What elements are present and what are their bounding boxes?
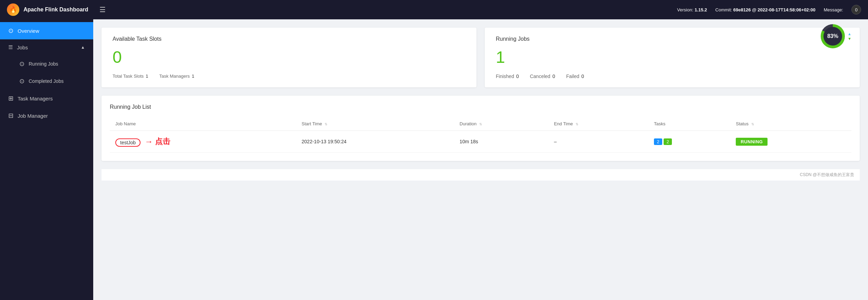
sidebar-completed-jobs-label: Completed Jobs [29,78,64,84]
sidebar-item-job-manager[interactable]: ⊟ Job Manager [0,107,93,124]
table-row[interactable]: testJob → 点击 2022-10-13 19:50:24 10m 18s [110,131,851,153]
status-badge: RUNNING [736,138,768,146]
col-start-time: Start Time ⇅ [296,117,454,131]
sidebar-jobs-label: Jobs [17,45,28,50]
sidebar-running-jobs-label: Running Jobs [29,61,58,67]
task-slots-value: 0 [113,48,465,67]
job-table-body: testJob → 点击 2022-10-13 19:50:24 10m 18s [110,131,851,153]
total-task-slots: Total Task Slots 1 [113,74,148,79]
net-down-icon: ▼ [848,37,851,41]
failed-label: Failed [566,74,579,79]
task-slots-card: Available Task Slots 0 Total Task Slots … [102,28,476,87]
chevron-up-icon: ▲ [81,45,85,50]
click-arrow-icon: → [145,137,153,146]
running-job-list-title: Running Job List [110,104,851,110]
task-slots-title: Available Task Slots [113,36,465,42]
duration-sort-icon[interactable]: ⇅ [479,122,482,126]
message-label: Message: [824,7,843,12]
jobs-icon: ☰ [8,44,13,50]
cards-row: Available Task Slots 0 Total Task Slots … [102,28,860,87]
col-duration: Duration ⇅ [454,117,548,131]
task-managers-icon: ⊞ [8,95,13,102]
net-up-row: ▲ 0k/s [848,32,860,36]
start-time-sort-icon[interactable]: ⇅ [325,122,327,126]
gauge-percentage: 83% [823,27,842,46]
net-down-value: 0k/s [853,37,860,41]
task-slots-footer: Total Task Slots 1 Task Managers 1 [113,74,465,79]
running-job-list-section: Running Job List Job Name Start Time ⇅ D… [102,96,860,161]
task-managers-stat: Task Managers 1 [159,74,194,79]
table-header-row: Job Name Start Time ⇅ Duration ⇅ End Tim… [110,117,851,131]
start-time-cell: 2022-10-13 19:50:24 [296,131,454,153]
app-title: Apache Flink Dashboard [23,7,88,13]
menu-toggle-icon[interactable]: ☰ [99,6,106,14]
col-end-time: End Time ⇅ [548,117,648,131]
network-info: ▲ 0k/s ▼ 0k/s [848,32,860,41]
layout: ⊙ Overview ☰ Jobs ▲ ⊙ Running Jobs ⊙ Com… [0,19,868,300]
sidebar-item-running-jobs[interactable]: ⊙ Running Jobs [0,55,93,72]
col-tasks: Tasks [648,117,730,131]
total-task-slots-value: 1 [146,74,148,79]
net-up-value: 0k/s [853,32,860,36]
running-jobs-card: Running Jobs 1 Finished 0 Canceled 0 Fai… [485,28,860,87]
completed-jobs-icon: ⊙ [19,77,25,85]
gauge-widget: 83% ▲ 0k/s ▼ 0k/s [821,24,860,48]
version-info: Version: 1.15.2 [677,7,707,12]
end-time-cell: – [548,131,648,153]
sidebar-jobs-submenu: ⊙ Running Jobs ⊙ Completed Jobs [0,55,93,90]
finished-label: Finished [496,74,514,79]
job-name-value[interactable]: testJob [115,138,141,147]
main-content: Available Task Slots 0 Total Task Slots … [93,19,868,300]
net-down-row: ▼ 0k/s [848,37,860,41]
canceled-stat: Canceled 0 [530,74,555,79]
commit-info: Commit: 69e8126 @ 2022-08-17T14:58:06+02… [715,7,816,12]
task-managers-footer-value: 1 [192,74,194,79]
header-right: Version: 1.15.2 Commit: 69e8126 @ 2022-0… [677,5,861,14]
sidebar-item-completed-jobs[interactable]: ⊙ Completed Jobs [0,72,93,90]
status-cell: RUNNING [730,131,851,153]
failed-value: 0 [581,74,584,79]
finished-value: 0 [516,74,519,79]
canceled-value: 0 [552,74,555,79]
duration-value: 10m 18s [460,139,478,144]
task-managers-footer-label: Task Managers [159,74,190,79]
task-badge-green: 2 [664,138,672,145]
running-jobs-stats: Finished 0 Canceled 0 Failed 0 [496,74,849,79]
job-table: Job Name Start Time ⇅ Duration ⇅ End Tim… [110,117,851,153]
job-name-cell: testJob → 点击 [110,131,296,153]
task-badge-blue: 2 [654,138,662,145]
watermark: CSDN @不想做咸鱼的王富贵 [102,169,860,181]
running-jobs-icon: ⊙ [19,60,25,68]
header: 🔥 Apache Flink Dashboard ☰ Version: 1.15… [0,0,868,19]
overview-icon: ⊙ [8,27,13,35]
col-status: Status ⇅ [730,117,851,131]
sidebar-task-managers-label: Task Managers [18,96,53,101]
tasks-cell: 2 2 [648,131,730,153]
message-badge[interactable]: 0 [851,5,861,14]
sidebar: ⊙ Overview ☰ Jobs ▲ ⊙ Running Jobs ⊙ Com… [0,19,93,300]
start-time-value: 2022-10-13 19:50:24 [302,139,347,144]
total-task-slots-label: Total Task Slots [113,74,144,79]
net-up-icon: ▲ [848,32,851,36]
click-text: 点击 [155,136,170,147]
status-sort-icon[interactable]: ⇅ [751,122,754,126]
end-time-value: – [554,139,557,144]
tasks-badges: 2 2 [654,138,725,145]
sidebar-section-jobs[interactable]: ☰ Jobs ▲ [0,39,93,55]
end-time-sort-icon[interactable]: ⇅ [576,122,578,126]
sidebar-item-overview[interactable]: ⊙ Overview [0,22,93,39]
sidebar-overview-label: Overview [18,28,39,34]
app-logo: 🔥 [7,3,19,16]
job-table-header: Job Name Start Time ⇅ Duration ⇅ End Tim… [110,117,851,131]
job-manager-icon: ⊟ [8,112,13,119]
duration-cell: 10m 18s [454,131,548,153]
header-left: 🔥 Apache Flink Dashboard ☰ [7,3,106,16]
gauge-circle: 83% [821,24,845,48]
sidebar-item-task-managers[interactable]: ⊞ Task Managers [0,90,93,107]
click-annotation: → 点击 [145,136,170,147]
sidebar-job-manager-label: Job Manager [18,113,48,119]
failed-stat: Failed 0 [566,74,584,79]
col-job-name: Job Name [110,117,296,131]
canceled-label: Canceled [530,74,550,79]
running-jobs-value: 1 [496,48,849,67]
